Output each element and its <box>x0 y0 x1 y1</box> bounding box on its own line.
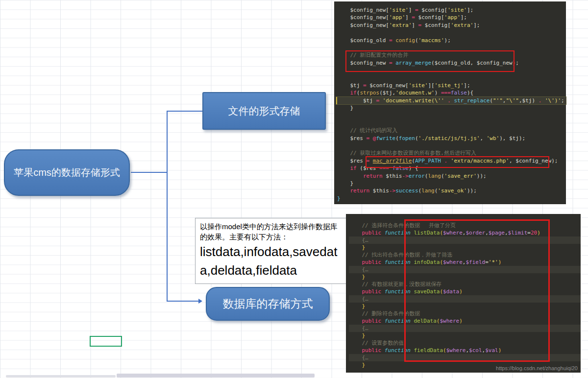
code-screenshot-config-save: $config_new['site'] = $config['site']; $… <box>334 1 566 204</box>
code-line: $config_new['app'] = $config['app']; <box>337 14 566 21</box>
code-line: return $this->success(lang('save_ok')); <box>337 187 566 194</box>
code-line: } <box>337 195 566 202</box>
code-line: } <box>337 104 566 112</box>
connector-root-line <box>131 172 167 173</box>
connector-file-line <box>167 111 202 112</box>
red-annotation-box-methods <box>404 219 550 362</box>
watermark-url: https://blog.csdn.net/zhanghuiqi20 <box>496 365 578 371</box>
code-line <box>337 112 566 119</box>
code-line: if(strpos($tj,'document.w') ===false){ <box>337 89 566 96</box>
flow-box-db-storage: 数据库的存储方式 <box>206 287 330 321</box>
flow-box-root: 苹果cms的数据存储形式 <box>4 149 130 196</box>
connector-trunk-line <box>167 111 168 302</box>
code-line: $tj = 'document.write(\'' . str_replace(… <box>336 97 566 104</box>
connector-db-line <box>167 301 199 302</box>
note-description: 以操作model类中的方法来达到操作数据库的效果。主要有以下方法： <box>200 222 342 242</box>
code-line: // 统计代码的写入 <box>337 127 566 134</box>
flow-box-db-storage-label: 数据库的存储方式 <box>223 296 313 311</box>
code-line <box>337 29 566 36</box>
code-line: $tj = $config_new['site']['site_tj']; <box>337 82 566 89</box>
flow-box-file-storage-label: 文件的形式存储 <box>228 104 300 118</box>
code-line <box>337 142 566 149</box>
red-annotation-box-merge <box>345 50 514 72</box>
note-box: 以操作model类中的方法来达到操作数据库的效果。主要有以下方法： listda… <box>195 218 346 284</box>
flow-box-file-storage: 文件的形式存储 <box>202 92 326 130</box>
code-line <box>337 74 566 82</box>
code-line: $config_new['extra'] = $config['extra']; <box>337 22 566 29</box>
code-line: return $this->error(lang('save_err')); <box>337 172 566 180</box>
note-method-list: listdata,infodata,savedata,deldata,field… <box>200 243 342 280</box>
red-annotation-box-arr2file <box>366 156 549 168</box>
scrollbar-segment[interactable] <box>6 375 116 378</box>
flow-box-root-label: 苹果cms的数据存储形式 <box>14 166 120 179</box>
code-line <box>337 119 566 127</box>
code-line: $res = @fwrite(fopen('./static/js/tj.js'… <box>337 135 566 142</box>
scrollbar-segment[interactable] <box>117 374 315 378</box>
screenshot-canvas: 苹果cms的数据存储形式 文件的形式存储 数据库的存储方式 以操作model类中… <box>0 0 588 378</box>
selected-cell[interactable] <box>90 336 122 347</box>
code-line: $config_new['site'] = $config['site']; <box>337 6 566 14</box>
code-line: $config_old = config('maccms'); <box>337 37 566 44</box>
connector-arrowhead <box>198 299 202 304</box>
code-line: } <box>337 180 566 187</box>
